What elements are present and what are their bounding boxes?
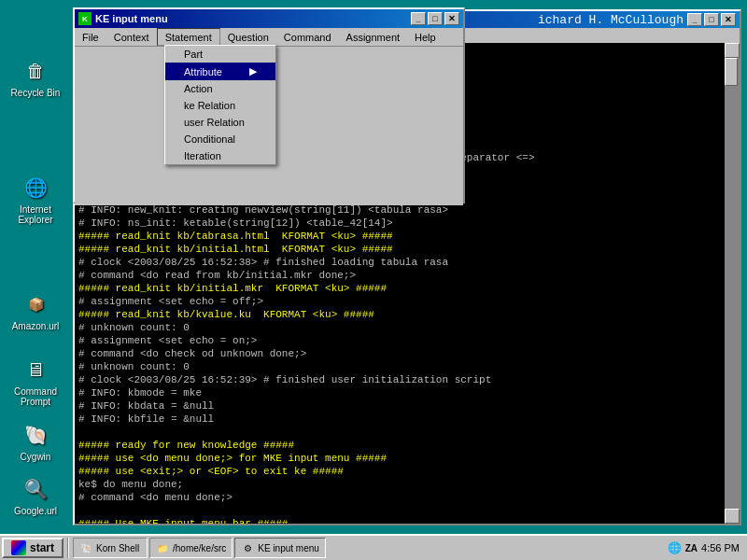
terminal-window-controls: _ □ ✕ xyxy=(687,13,736,26)
menu-item-part[interactable]: Part xyxy=(165,46,275,63)
term-line: # command <do menu done;> xyxy=(78,491,736,504)
scrollbar-vertical[interactable]: ▲ ▼ xyxy=(725,43,740,524)
minimize-button[interactable]: _ xyxy=(687,13,702,26)
amazon-icon[interactable]: 📦 Amazon.url xyxy=(7,289,63,331)
term-line: ##### use <do menu done;> for MKE input … xyxy=(78,452,736,465)
language-indicator: ZA xyxy=(685,543,698,553)
cursor-indicator: ▶ xyxy=(249,65,257,77)
ke-minimize-button[interactable]: _ xyxy=(411,12,426,25)
term-line: # clock <2003/08/25 16:52:39> # finished… xyxy=(78,373,736,386)
menu-item-iteration[interactable]: Iteration xyxy=(165,147,275,164)
ke-menu-file[interactable]: File xyxy=(75,28,106,46)
start-button[interactable]: start xyxy=(2,538,63,558)
term-line: # command <do read from kb/initial.mkr d… xyxy=(78,269,736,282)
recycle-bin-icon[interactable]: 🗑 Recycle Bin xyxy=(7,56,63,98)
scroll-track xyxy=(725,58,740,509)
ke-menu-statement[interactable]: Statement xyxy=(157,28,220,46)
windows-logo-icon xyxy=(11,540,26,555)
taskbar: start 🐚 Korn Shell 📁 /home/ke/src ⚙ KE i… xyxy=(0,534,747,560)
korn-shell-taskbar-icon: 🐚 xyxy=(79,541,92,554)
term-line: # assignment <set echo = off;> xyxy=(78,295,736,308)
ke-titlebar: K KE input menu _ □ ✕ xyxy=(75,9,463,28)
term-line: # INFO: ns_init: ketable(string[12]) <ta… xyxy=(78,217,736,230)
system-clock: 4:56 PM xyxy=(701,542,740,553)
term-line xyxy=(78,504,736,517)
cygwin-icon[interactable]: 🐚 Cygwin xyxy=(7,420,63,462)
scroll-down-button[interactable]: ▼ xyxy=(725,509,740,524)
network-icon: 🌐 xyxy=(668,541,682,554)
command-prompt-icon[interactable]: 🖥 CommandPrompt xyxy=(7,355,63,407)
ke-title-text: KE input menu xyxy=(95,13,411,24)
ke-menubar: File Context Statement Question Command … xyxy=(75,28,463,47)
term-line: # command <do check od unknown done;> xyxy=(78,347,736,360)
taskbar-btn-home-ke-src[interactable]: 📁 /home/ke/src xyxy=(149,538,233,558)
ke-title-icon: K xyxy=(78,12,92,25)
taskbar-separator xyxy=(67,538,69,558)
bg-window-title: ichard H. McCullough xyxy=(538,13,684,27)
scroll-up-button[interactable]: ▲ xyxy=(725,43,740,58)
term-line: # unknown count: 0 xyxy=(78,321,736,334)
internet-explorer-icon[interactable]: 🌐 InternetExplorer xyxy=(7,173,63,225)
google-icon[interactable]: 🔍 Google.url xyxy=(7,474,63,516)
ke-menu-help[interactable]: Help xyxy=(407,28,444,46)
term-line: # assignment <set echo = on;> xyxy=(78,334,736,347)
term-line: ##### read_knit kb/initial.mkr KFORMAT <… xyxy=(78,282,736,295)
term-line: ##### ready for new knowledge ##### xyxy=(78,439,736,452)
menu-item-attribute[interactable]: Attribute ▶ xyxy=(165,63,275,80)
menu-item-ke-relation[interactable]: ke Relation xyxy=(165,97,275,114)
term-line: ##### read_knit kb/initial.html KFORMAT … xyxy=(78,243,736,256)
menu-item-conditional[interactable]: Conditional xyxy=(165,131,275,147)
close-button[interactable]: ✕ xyxy=(721,13,736,26)
ke-window-controls: _ □ ✕ xyxy=(411,12,459,25)
term-line: ##### read_knit kb/kvalue.ku KFORMAT <ku… xyxy=(78,308,736,321)
ke-close-button[interactable]: ✕ xyxy=(444,12,459,25)
menu-item-user-relation[interactable]: user Relation xyxy=(165,114,275,131)
statement-dropdown: Part Attribute ▶ Action ke Relation user… xyxy=(164,45,276,165)
term-line: # INFO: new_knit: creating newview(strin… xyxy=(78,203,736,217)
term-line: ##### read_knit kb/tabrasa.html KFORMAT … xyxy=(78,230,736,243)
ke-menu-question[interactable]: Question xyxy=(220,28,276,46)
term-line: # INFO: kbmode = mke xyxy=(78,386,736,399)
term-line xyxy=(78,426,736,439)
scroll-thumb[interactable] xyxy=(725,58,738,86)
term-line: ##### Use MKE input menu bar ##### xyxy=(78,517,736,524)
term-line: # INFO: kbdata = &null xyxy=(78,399,736,413)
ke-taskbar-icon: ⚙ xyxy=(241,541,254,554)
systray: 🌐 ZA 4:56 PM xyxy=(668,541,745,554)
menu-item-action[interactable]: Action xyxy=(165,80,275,97)
term-line: ke$ do menu done; xyxy=(78,478,736,491)
term-line: # clock <2003/08/25 16:52:38> # finished… xyxy=(78,256,736,269)
ke-maximize-button[interactable]: □ xyxy=(428,12,443,25)
term-line: ##### use <exit;> or <EOF> to exit ke ##… xyxy=(78,465,736,478)
maximize-button[interactable]: □ xyxy=(704,13,719,26)
term-line: # INFO: kbfile = &null xyxy=(78,413,736,426)
ke-menu-command[interactable]: Command xyxy=(276,28,339,46)
ke-menu-context[interactable]: Context xyxy=(106,28,157,46)
folder-taskbar-icon: 📁 xyxy=(156,541,169,554)
taskbar-btn-korn-shell[interactable]: 🐚 Korn Shell xyxy=(73,538,148,558)
term-line: # unknown count: 0 xyxy=(78,360,736,373)
ke-menu-assignment[interactable]: Assignment xyxy=(339,28,407,46)
taskbar-btn-ke-input-menu[interactable]: ⚙ KE input menu xyxy=(234,538,326,558)
